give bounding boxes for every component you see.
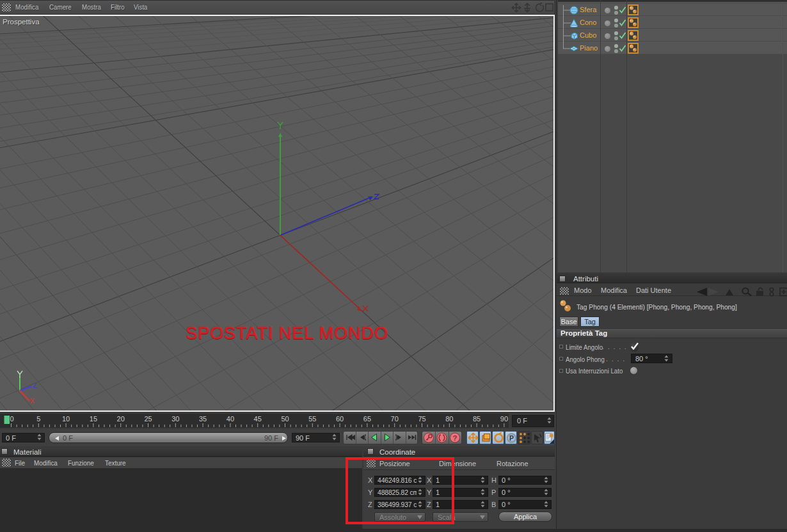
svg-text:20: 20: [117, 415, 125, 423]
svg-text:P: P: [509, 434, 514, 442]
svg-text:5: 5: [36, 415, 40, 423]
svg-text:?: ?: [452, 434, 457, 442]
svg-text:75: 75: [418, 415, 425, 423]
svg-text:55: 55: [308, 415, 316, 423]
svg-text:60: 60: [336, 415, 344, 423]
svg-text:45: 45: [254, 415, 262, 423]
svg-text:0: 0: [10, 415, 13, 423]
svg-text:35: 35: [199, 415, 207, 423]
svg-text:10: 10: [62, 415, 70, 423]
svg-text:70: 70: [391, 415, 399, 423]
svg-text:85: 85: [473, 415, 481, 423]
svg-text:30: 30: [171, 415, 179, 423]
svg-text:40: 40: [227, 415, 234, 423]
svg-text:15: 15: [90, 415, 97, 423]
svg-text:65: 65: [363, 415, 371, 423]
svg-text:80: 80: [445, 415, 453, 423]
svg-text:Z: Z: [33, 382, 37, 389]
svg-text:90: 90: [500, 415, 508, 423]
svg-text:25: 25: [144, 415, 152, 423]
svg-text:X: X: [30, 397, 35, 405]
svg-text:50: 50: [281, 415, 289, 423]
